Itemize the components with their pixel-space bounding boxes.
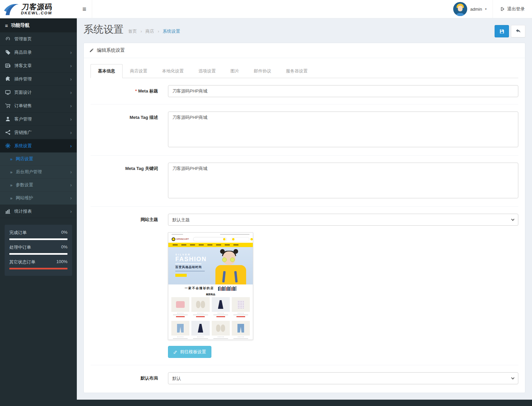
logout-label: 退出登录: [507, 6, 525, 12]
sidebar-header: ≡ 功能导航: [0, 18, 77, 32]
sidebar-item-label: 博客文章: [14, 63, 32, 69]
hamburger-icon: ≡: [82, 5, 86, 13]
meta-description-textarea[interactable]: 刀客源码PHP商城: [168, 112, 518, 147]
tab-server[interactable]: 服务器设置: [279, 64, 315, 78]
form-group-theme: 网站主题 默认主题: [91, 207, 518, 365]
customer-icon: [5, 116, 11, 122]
hero-button: [175, 274, 187, 277]
sidebar-item-label: 客户管理: [14, 116, 32, 122]
sidebar-header-label: 功能导航: [11, 22, 30, 28]
stat-label: 完成订单: [9, 230, 27, 236]
product-card: [171, 321, 189, 340]
sidebar-item-system[interactable]: 系统设置 ›: [0, 139, 77, 153]
sidebar-toggle-button[interactable]: ≡: [77, 0, 92, 18]
go-to-template-settings-button[interactable]: 前往模板设置: [168, 346, 211, 358]
submenu-item-admin-users[interactable]: » 后台用户管理 ›: [0, 166, 77, 179]
sidebar-item-customers[interactable]: 客户管理 ›: [0, 113, 77, 126]
share-icon: [5, 130, 11, 135]
form-group-meta-title: *Meta 标题: [91, 78, 518, 105]
settings-tabs: 基本信息 商店设置 本地化设置 选项设置 图片 邮件协议 服务器设置: [91, 64, 518, 78]
dashboard-icon: [5, 36, 11, 42]
chevron-right-icon: ›: [70, 195, 72, 201]
submenu-item-label: 后台用户管理: [16, 169, 42, 175]
submenu-item-label: 参数设置: [16, 182, 33, 188]
sidebar-item-dashboard[interactable]: 管理首页: [0, 32, 77, 46]
preview-topbar: [168, 233, 253, 235]
tab-basic-info[interactable]: 基本信息: [91, 64, 123, 78]
breadcrumb-store[interactable]: 商店: [146, 29, 154, 34]
chevron-right-icon: ›: [70, 63, 72, 68]
form-group-meta-description: Meta Tag 描述 刀客源码PHP商城: [91, 105, 518, 156]
breadcrumb-home[interactable]: 首页: [128, 29, 137, 34]
sidebar-item-label: 系统设置: [14, 143, 32, 149]
submenu-item-maintenance[interactable]: » 网站维护 ›: [0, 192, 77, 205]
tag-icon: [5, 49, 11, 55]
chevron-right-icon: ›: [70, 143, 72, 148]
user-menu[interactable]: admin ▾: [447, 0, 493, 18]
sidebar-item-label: 营销推广: [14, 130, 32, 136]
brand-logo[interactable]: 刀客源码 DKEWL.COM: [0, 0, 77, 18]
submenu-item-store-settings[interactable]: » 网店设置: [0, 153, 77, 166]
theme-preview-image: OPENCART SILVER FASHION: [168, 232, 253, 340]
submenu-marker-icon: »: [10, 183, 12, 188]
chevron-right-icon: ›: [70, 90, 72, 95]
blog-icon: [5, 63, 11, 68]
theme-select[interactable]: 默认主题: [168, 214, 518, 226]
layout-select[interactable]: 默认: [168, 372, 518, 384]
form-group-layout: 默认布局 默认: [91, 365, 518, 391]
brand-title: 刀客源码: [21, 3, 53, 11]
required-asterisk: *: [135, 88, 137, 93]
sidebar-item-blog[interactable]: 博客文章 ›: [0, 59, 77, 72]
meta-keywords-textarea[interactable]: 刀客源码PHP商城: [168, 163, 518, 198]
form-group-meta-keywords: Meta Tag 关键词 刀客源码PHP商城: [91, 156, 518, 207]
progress-bar: [9, 253, 67, 255]
submenu-item-parameters[interactable]: » 参数设置 ›: [0, 179, 77, 192]
topbar-right: admin ▾ 退出登录: [447, 0, 532, 18]
progress-bar: [9, 268, 67, 269]
preview-hero-banner: SILVER FASHION 百变风格品味时尚: [168, 247, 253, 284]
save-button[interactable]: [495, 25, 509, 37]
tab-localization[interactable]: 本地化设置: [155, 64, 191, 78]
sidebar-item-catalog[interactable]: 商品目录 ›: [0, 46, 77, 59]
chevron-right-icon: ›: [70, 182, 72, 188]
product-card: [212, 321, 230, 340]
brand-text: 刀客源码 DKEWL.COM: [21, 3, 53, 15]
display-icon: [5, 89, 11, 95]
tab-images[interactable]: 图片: [223, 64, 246, 78]
back-button[interactable]: [511, 25, 525, 37]
sidebar-item-reports[interactable]: 统计报表 ›: [0, 205, 77, 218]
breadcrumb-separator: ›: [141, 29, 142, 34]
content-header: 系统设置 首页 › 商店 › 系统设置: [77, 18, 532, 41]
chevron-right-icon: ›: [70, 169, 72, 175]
template-button-label: 前往模板设置: [180, 349, 206, 355]
plugin-icon: [5, 76, 11, 82]
tab-options[interactable]: 选项设置: [191, 64, 223, 78]
sidebar-item-extensions[interactable]: 插件管理 ›: [0, 72, 77, 86]
top-navbar: 刀客源码 DKEWL.COM ≡ admin ▾ 退出登录: [0, 0, 532, 18]
chevron-right-icon: ›: [70, 50, 72, 55]
tab-store-settings[interactable]: 商店设置: [123, 64, 155, 78]
product-card: [232, 321, 250, 340]
layout-label: 默认布局: [91, 372, 168, 384]
sidebar-item-design[interactable]: 页面设计 ›: [0, 86, 77, 99]
sidebar-item-marketing[interactable]: 营销推广 ›: [0, 126, 77, 139]
chevron-right-icon: ›: [70, 209, 72, 214]
submenu-item-label: 网店设置: [16, 156, 33, 162]
logout-button[interactable]: 退出登录: [493, 0, 532, 18]
sidebar-item-sales[interactable]: 订单销售 ›: [0, 99, 77, 113]
tab-mail[interactable]: 邮件协议: [246, 64, 279, 78]
avatar-face: [458, 6, 463, 11]
username: admin: [470, 7, 482, 12]
preview-header: OPENCART: [168, 235, 253, 243]
gear-icon: [5, 143, 11, 149]
cart-icon: [5, 103, 11, 109]
chevron-right-icon: ›: [70, 76, 72, 81]
pencil-icon: [89, 48, 94, 53]
submenu-marker-icon: »: [10, 196, 12, 201]
preview-product-grid: [168, 297, 253, 340]
meta-title-input[interactable]: [168, 85, 518, 97]
chart-icon: [5, 208, 11, 214]
preview-store-logo: [172, 237, 175, 241]
hero-model-illustration: [214, 248, 249, 284]
theme-label: 网站主题: [91, 214, 168, 358]
